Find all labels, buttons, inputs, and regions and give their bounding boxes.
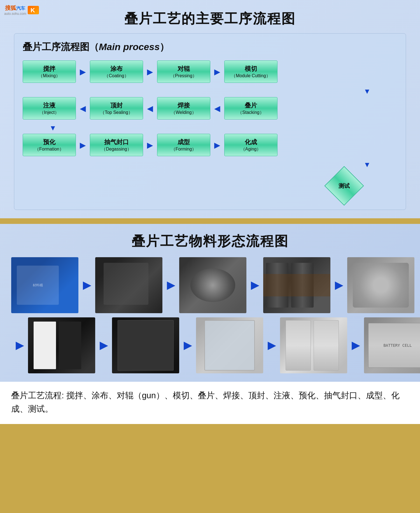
step-aging: 化成 （Aging） xyxy=(224,134,277,156)
flow-row-2: 注液 （Inject） ◀ 顶封 （Top Sealing） ◀ 焊接 （Wel… xyxy=(23,97,397,120)
flow-row-3: 预化 （Formation） ▶ 抽气封口 （Degassing） ▶ 成型 （… xyxy=(23,134,397,156)
photo-arrow-6: ▶ xyxy=(179,339,196,351)
logo-text: 搜狐汽车 xyxy=(5,4,25,12)
second-title: 叠片工艺物料形态流程图 xyxy=(11,229,409,257)
photo-roll-product xyxy=(347,257,414,313)
photo-arrow-8: ▶ xyxy=(347,339,364,351)
svg-text:K: K xyxy=(31,7,35,14)
step-top-sealing: 顶封 （Top Sealing） xyxy=(90,97,143,120)
photo-row-1: 材料桶 ▶ ▶ ▶ ▶ xyxy=(11,257,409,313)
step-coating: 涂布 （Coating） xyxy=(90,60,143,83)
photo-sheet2 xyxy=(112,317,179,373)
arrow-3-1: ▶ xyxy=(76,140,90,150)
down-arrow-2: ▼ xyxy=(23,124,397,132)
second-section: 叠片工艺物料形态流程图 材料桶 ▶ ▶ ▶ xyxy=(0,224,420,382)
arrow-3-3: ▶ xyxy=(210,140,224,150)
arrow-back-inject: ◀ xyxy=(76,104,90,113)
arrow-back-topsealing: ◀ xyxy=(143,104,157,113)
step-inject: 注液 （Inject） xyxy=(23,97,76,120)
step-forming: 成型 （Forming） xyxy=(157,134,210,156)
photo-arrow-2: ▶ xyxy=(162,279,179,291)
bottom-description: 叠片工艺流程: 搅拌、涂布、对辊（gun）、模切、叠片、焊接、顶封、注液、预化、… xyxy=(11,389,409,416)
photo-arrow-start2: ▶ xyxy=(11,339,28,351)
step-mixing: 搅拌 （Mixing） xyxy=(23,60,76,83)
photo-grid: 材料桶 ▶ ▶ ▶ ▶ xyxy=(11,257,409,373)
photo-battery: BATTERY CELL xyxy=(364,317,420,373)
arrow-2-3: ▶ xyxy=(143,67,157,76)
test-area: ▼ 测试 xyxy=(23,160,397,201)
arrow-3-2: ▶ xyxy=(143,140,157,150)
logo-area: 搜狐汽车 auto.sohu.com K xyxy=(4,4,39,16)
photo-sheet1 xyxy=(28,317,95,373)
down-arrow-1: ▼ xyxy=(23,87,397,96)
photo-arrow-3: ▶ xyxy=(246,279,263,291)
step-degassing: 抽气封口 （Degassing） xyxy=(90,134,143,156)
photo-barrel: 材料桶 xyxy=(11,257,78,313)
step-pressing: 对辊 （Pressing） xyxy=(157,60,210,83)
photo-machine xyxy=(95,257,162,313)
photo-pouch xyxy=(196,317,263,373)
photo-silver-pouch xyxy=(280,317,347,373)
arrow-back-welding: ◀ xyxy=(210,104,224,113)
photo-rollers xyxy=(263,257,330,313)
photo-arrow-5: ▶ xyxy=(95,339,112,351)
photo-arrow-4: ▶ xyxy=(330,279,347,291)
photo-arrow-7: ▶ xyxy=(263,339,280,351)
process-flow-box: 叠片工序流程图（Main process） 搅拌 （Mixing） ▶ 涂布 （… xyxy=(14,33,406,210)
step-module-cutting: 模切 （Module Cutting） xyxy=(224,60,277,83)
test-label: 测试 xyxy=(339,182,350,190)
logo-k-icon: K xyxy=(28,6,39,14)
bottom-text-section: 叠片工艺流程: 搅拌、涂布、对辊（gun）、模切、叠片、焊接、顶封、注液、预化、… xyxy=(0,382,420,424)
flow-row-1: 搅拌 （Mixing） ▶ 涂布 （Coating） ▶ 对辊 （Pressin… xyxy=(23,60,397,83)
photo-row-2: ▶ ▶ ▶ ▶ ▶ BATTER xyxy=(11,317,409,373)
photo-roll xyxy=(179,257,246,313)
arrow-3-4: ▶ xyxy=(210,67,224,76)
top-section: 搜狐汽车 auto.sohu.com K 叠片工艺的主要工序流程图 叠片工序流程… xyxy=(0,0,420,218)
process-box-title: 叠片工序流程图（Main process） xyxy=(23,41,397,53)
logo-sub: auto.sohu.com xyxy=(4,12,26,16)
step-welding: 焊接 （Welding） xyxy=(157,97,210,120)
step-stacking: 叠片 （Stacking） xyxy=(224,97,277,120)
photo-arrow-1: ▶ xyxy=(78,279,95,291)
main-title: 叠片工艺的主要工序流程图 xyxy=(11,6,409,33)
step-formation: 预化 （Formation） xyxy=(23,134,76,156)
arrow-1-2: ▶ xyxy=(76,67,90,76)
